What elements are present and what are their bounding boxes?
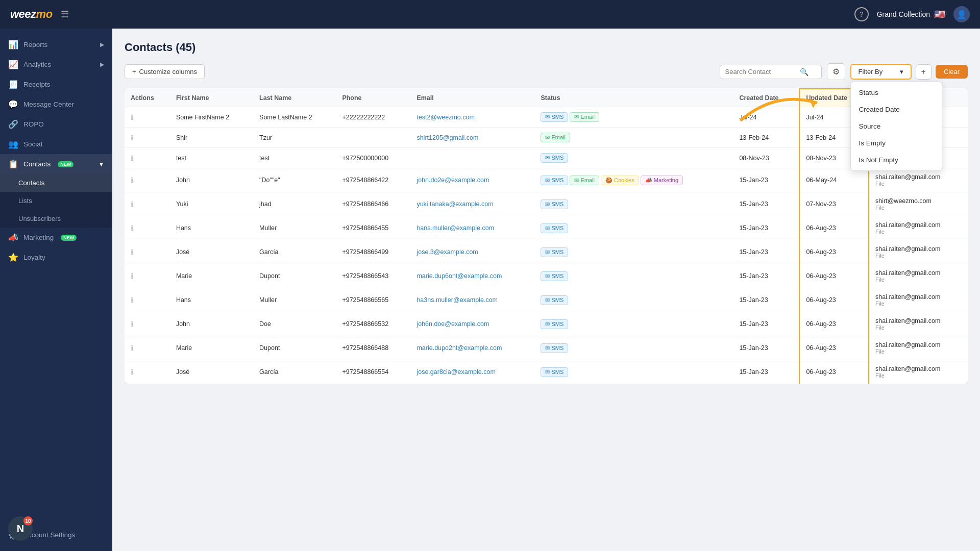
cell-email[interactable]: ha3ns.muller@example.com [410, 288, 534, 312]
cell-last-name[interactable]: Dupont [253, 264, 336, 288]
notification-widget[interactable]: N 10 [8, 516, 33, 541]
cell-created-date: 15-Jan-23 [733, 216, 799, 240]
cell-first-name[interactable]: Shir [170, 128, 253, 148]
filter-settings-button[interactable]: ⚙ [827, 63, 845, 80]
cell-last-name[interactable]: Dupont [253, 336, 336, 360]
cell-first-name[interactable]: Yuki [170, 192, 253, 216]
cell-actions: ℹ [125, 264, 170, 288]
info-icon[interactable]: ℹ [131, 113, 133, 121]
sidebar-item-analytics[interactable]: 📈 Analytics ▶ [0, 55, 112, 74]
cell-actions: ℹ [125, 216, 170, 240]
main-content: Contacts (45) + Customize columns 🔍 ⚙ Fi… [112, 29, 980, 551]
contacts-submenu: Contacts Lists Unsubscribers [0, 174, 112, 228]
filter-option-created-date[interactable]: Created Date [851, 101, 942, 118]
cell-status: ✉ SMS✉ Email🍪 Cookies📣 Marketing [534, 168, 733, 192]
cell-created-date: 15-Jan-23 [733, 360, 799, 384]
cell-actions: ℹ [125, 107, 170, 128]
cell-last-name[interactable]: Muller [253, 216, 336, 240]
cell-first-name[interactable]: Hans [170, 216, 253, 240]
info-icon[interactable]: ℹ [131, 200, 133, 208]
sidebar-item-message-center[interactable]: 💬 Message Center [0, 94, 112, 114]
filter-dropdown-menu: Status Created Date Source Is Empty Is N… [850, 82, 942, 171]
sidebar-item-receipts[interactable]: 🧾 Receipts [0, 74, 112, 94]
cell-last-name[interactable]: "Do""e" [253, 168, 336, 192]
cell-email[interactable]: marie.dupo2nt@example.com [410, 336, 534, 360]
cell-first-name[interactable]: José [170, 240, 253, 264]
info-icon[interactable]: ℹ [131, 176, 133, 184]
cell-email[interactable]: john.do2e@example.com [410, 168, 534, 192]
filter-by-button[interactable]: Filter By ▾ [850, 64, 912, 80]
info-icon[interactable]: ℹ [131, 344, 133, 352]
toolbar: + Customize columns 🔍 ⚙ Filter By ▾ Stat [125, 63, 968, 80]
cell-phone: +972548866565 [336, 288, 410, 312]
info-icon[interactable]: ℹ [131, 368, 133, 376]
hamburger-menu[interactable]: ☰ [61, 9, 69, 20]
analytics-icon: 📈 [8, 60, 18, 69]
cell-first-name[interactable]: John [170, 168, 253, 192]
chevron-down-icon: ▾ [900, 68, 903, 76]
info-icon[interactable]: ℹ [131, 320, 133, 328]
sidebar-item-unsubscribers[interactable]: Unsubscribers [0, 210, 112, 228]
cell-email[interactable]: shirt1205@gmail.com [410, 128, 534, 148]
info-icon[interactable]: ℹ [131, 248, 133, 256]
cell-last-name[interactable]: Doe [253, 312, 336, 336]
sidebar-item-marketing[interactable]: 📣 Marketing NEW [0, 228, 112, 247]
org-selector[interactable]: Grand Collection 🇺🇸 [877, 9, 945, 20]
cell-first-name[interactable]: José [170, 360, 253, 384]
sidebar-label-receipts: Receipts [23, 81, 51, 88]
cell-last-name[interactable]: jhad [253, 192, 336, 216]
filter-option-status[interactable]: Status [851, 84, 942, 101]
sidebar-item-social[interactable]: 👥 Social [0, 134, 112, 154]
cell-email[interactable] [410, 148, 534, 168]
sidebar-item-lists[interactable]: Lists [0, 192, 112, 210]
status-badge: ✉ SMS [541, 271, 568, 281]
sidebar-label-ropo: ROPO [23, 120, 44, 128]
cell-last-name[interactable]: test [253, 148, 336, 168]
sidebar-item-contacts-sub[interactable]: Contacts [0, 174, 112, 192]
cell-email[interactable]: yuki.tanaka@example.com [410, 192, 534, 216]
status-badge: ✉ Email [541, 133, 570, 142]
cell-email[interactable]: test2@weezmo.com [410, 107, 534, 128]
sidebar-item-contacts[interactable]: 📋 Contacts NEW ▼ [0, 154, 112, 174]
cell-first-name[interactable]: Hans [170, 288, 253, 312]
sidebar-item-loyalty[interactable]: ⭐ Loyalty [0, 247, 112, 267]
cell-last-name[interactable]: Tzur [253, 128, 336, 148]
cell-email[interactable]: hans.muller@example.com [410, 216, 534, 240]
cell-first-name[interactable]: John [170, 312, 253, 336]
sidebar-item-reports[interactable]: 📊 Reports ▶ [0, 35, 112, 55]
add-filter-button[interactable]: + [916, 64, 932, 80]
cell-email[interactable]: marie.dup6ont@example.com [410, 264, 534, 288]
info-icon[interactable]: ℹ [131, 272, 133, 280]
info-icon[interactable]: ℹ [131, 134, 133, 142]
clear-filter-button[interactable]: Clear [936, 65, 968, 79]
sidebar-item-ropo[interactable]: 🔗 ROPO [0, 114, 112, 134]
cell-last-name[interactable]: Muller [253, 288, 336, 312]
cell-status: ✉ SMS [534, 216, 733, 240]
info-icon[interactable]: ℹ [131, 154, 133, 162]
customize-columns-button[interactable]: + Customize columns [125, 64, 205, 79]
table-row: ℹHansMuller+972548866455hans.muller@exam… [125, 216, 968, 240]
topnav-right-section: ? Grand Collection 🇺🇸 👤 [854, 6, 970, 22]
cell-last-name[interactable]: García [253, 240, 336, 264]
col-header-first-name: First Name [170, 89, 253, 107]
filter-option-source[interactable]: Source [851, 118, 942, 135]
cell-email[interactable]: jose.gar8cia@example.com [410, 360, 534, 384]
user-avatar[interactable]: 👤 [953, 6, 970, 22]
cell-email[interactable]: joh6n.doe@example.com [410, 312, 534, 336]
table-row: ℹYukijhad+972548866466yuki.tanaka@exampl… [125, 192, 968, 216]
search-input[interactable] [725, 68, 797, 76]
filter-option-is-not-empty[interactable]: Is Not Empty [851, 152, 942, 168]
notification-letter: N [17, 523, 24, 535]
filter-option-is-empty[interactable]: Is Empty [851, 135, 942, 152]
cell-first-name[interactable]: Marie [170, 336, 253, 360]
info-icon[interactable]: ℹ [131, 224, 133, 232]
cell-email[interactable]: jose.3@example.com [410, 240, 534, 264]
cell-first-name[interactable]: Marie [170, 264, 253, 288]
cell-last-name[interactable]: García [253, 360, 336, 384]
help-button[interactable]: ? [854, 7, 869, 21]
table-row: ℹtesttest+972500000000✉ SMS08-Nov-2308-N… [125, 148, 968, 168]
cell-first-name[interactable]: Some FirstName 2 [170, 107, 253, 128]
cell-first-name[interactable]: test [170, 148, 253, 168]
info-icon[interactable]: ℹ [131, 296, 133, 304]
cell-last-name[interactable]: Some LastName 2 [253, 107, 336, 128]
